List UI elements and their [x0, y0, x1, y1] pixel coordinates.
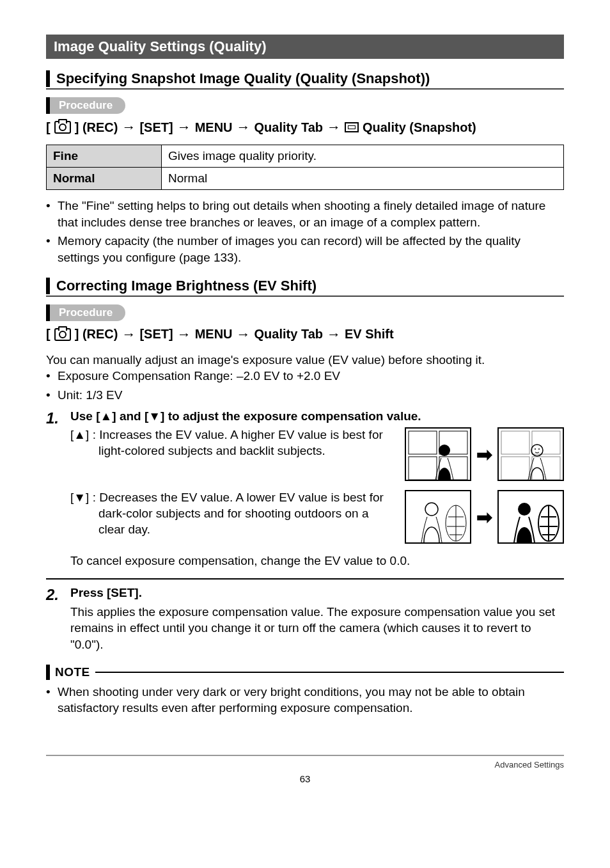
path-text: Quality Tab — [254, 327, 323, 342]
arrow-icon: → — [327, 326, 341, 343]
arrow-icon: → — [121, 119, 136, 136]
bullet-list: Exposure Compensation Range: –2.0 EV to … — [46, 368, 564, 403]
subheading-text: Specifying Snapshot Image Quality (Quali… — [56, 70, 430, 87]
illustration-after — [497, 427, 564, 481]
svg-point-12 — [425, 503, 438, 516]
step-number: 1. — [46, 409, 64, 569]
t: ] and [ — [112, 409, 148, 423]
path-text: Quality Tab — [254, 120, 323, 135]
page-footer: Advanced Settings 63 — [46, 755, 564, 784]
step-divider — [46, 578, 564, 580]
path-text: [ — [46, 327, 51, 342]
list-item: When shooting under very dark or very br… — [46, 684, 564, 716]
rule — [46, 88, 564, 90]
ev-down-illustration: ➡ — [405, 490, 564, 544]
up-triangle-icon: ▲ — [100, 409, 112, 423]
table-header-cell: Fine — [47, 145, 162, 168]
path-text: [SET] — [139, 327, 173, 342]
table-row: Fine Gives image quality priority. — [47, 145, 564, 168]
ev-down-text: [▼] : Decreases the EV value. A lower EV… — [70, 490, 396, 537]
arrow-icon: → — [177, 326, 191, 343]
rule — [46, 296, 564, 297]
desc: Decreases the EV value. A lower EV value… — [98, 491, 384, 535]
svg-point-11 — [538, 448, 540, 450]
table-cell: Normal — [162, 168, 564, 190]
arrow-icon: → — [121, 326, 136, 343]
step-title: Press [SET]. — [70, 586, 564, 600]
menu-path-1: [] (REC) → [SET] → MENU → Quality Tab → … — [46, 119, 564, 136]
table-row: Normal Normal — [47, 168, 564, 190]
list-item: Unit: 1/3 EV — [46, 387, 564, 404]
label: [▼] : — [70, 491, 96, 504]
table-header-cell: Normal — [47, 168, 162, 190]
rule — [95, 672, 564, 673]
svg-rect-7 — [501, 457, 529, 480]
path-text: [SET] — [139, 120, 173, 135]
step-title: Use [▲] and [▼] to adjust the exposure c… — [70, 409, 564, 423]
svg-rect-2 — [409, 457, 437, 480]
note-label: NOTE — [55, 665, 90, 679]
desc: Increases the EV value. A higher EV valu… — [98, 428, 383, 457]
cancel-text: To cancel exposure compensation, change … — [70, 553, 564, 569]
list-item: Exposure Compensation Range: –2.0 EV to … — [46, 368, 564, 384]
step-body: This applies the exposure compensation v… — [70, 604, 564, 653]
arrow-icon: → — [237, 326, 251, 343]
camera-icon — [54, 121, 71, 134]
ev-up-illustration: ➡ — [405, 427, 564, 481]
footer-section: Advanced Settings — [495, 760, 564, 769]
svg-point-15 — [518, 503, 531, 516]
path-text: ] (REC) — [75, 120, 118, 135]
subheading-snapshot-quality: Specifying Snapshot Image Quality (Quali… — [46, 70, 564, 87]
label: [▲] : — [70, 428, 96, 441]
t: Use [ — [70, 409, 100, 423]
illustration-before — [405, 490, 471, 544]
step-number: 2. — [46, 586, 64, 653]
svg-rect-0 — [409, 431, 437, 454]
procedure-label-2: Procedure — [46, 304, 564, 321]
path-text: MENU — [195, 327, 233, 342]
list-item: The "Fine" setting helps to bring out de… — [46, 198, 564, 230]
procedure-bubble: Procedure — [50, 304, 125, 321]
path-text: [ — [46, 120, 51, 135]
procedure-label-1: Procedure — [46, 97, 564, 114]
bullet-list: The "Fine" setting helps to bring out de… — [46, 198, 564, 266]
table-cell: Gives image quality priority. — [162, 145, 564, 168]
illustration-after — [497, 490, 564, 544]
subheading-ev-shift: Correcting Image Brightness (EV Shift) — [46, 278, 564, 294]
arrow-icon: → — [237, 119, 251, 136]
arrow-icon: ➡ — [476, 506, 492, 528]
path-text: EV Shift — [345, 327, 394, 342]
accent-bar — [46, 665, 50, 680]
intro-text: You can manually adjust an image's expos… — [46, 352, 564, 368]
page-number: 63 — [46, 773, 564, 784]
arrow-icon: ➡ — [476, 443, 492, 466]
accent-bar — [46, 278, 50, 294]
illustration-before — [405, 427, 471, 481]
camera-icon — [54, 328, 71, 341]
path-text: ] (REC) — [75, 327, 118, 342]
accent-bar — [46, 70, 50, 87]
svg-point-4 — [439, 445, 450, 456]
svg-rect-6 — [532, 431, 560, 454]
menu-path-2: [] (REC) → [SET] → MENU → Quality Tab → … — [46, 326, 564, 343]
note-heading: NOTE — [46, 665, 564, 680]
svg-rect-5 — [501, 431, 529, 454]
procedure-bubble: Procedure — [50, 97, 125, 114]
svg-point-10 — [535, 448, 536, 450]
section-band: Image Quality Settings (Quality) — [46, 35, 564, 59]
footer-rule — [46, 755, 564, 756]
list-item: Memory capacity (the number of images yo… — [46, 233, 564, 265]
arrow-icon: → — [327, 119, 341, 136]
path-text: MENU — [195, 120, 233, 135]
arrow-icon: → — [177, 119, 191, 136]
step-2: 2. Press [SET]. This applies the exposur… — [46, 586, 564, 653]
quality-table: Fine Gives image quality priority. Norma… — [46, 145, 564, 190]
note-list: When shooting under very dark or very br… — [46, 684, 564, 716]
subheading-text: Correcting Image Brightness (EV Shift) — [56, 278, 317, 294]
snapshot-icon — [345, 122, 359, 132]
path-text: Quality (Snapshot) — [363, 120, 476, 135]
t: ] to adjust the exposure compensation va… — [160, 409, 421, 423]
ev-up-text: [▲] : Increases the EV value. A higher E… — [70, 427, 396, 459]
step-1: 1. Use [▲] and [▼] to adjust the exposur… — [46, 409, 564, 569]
down-triangle-icon: ▼ — [148, 409, 160, 423]
